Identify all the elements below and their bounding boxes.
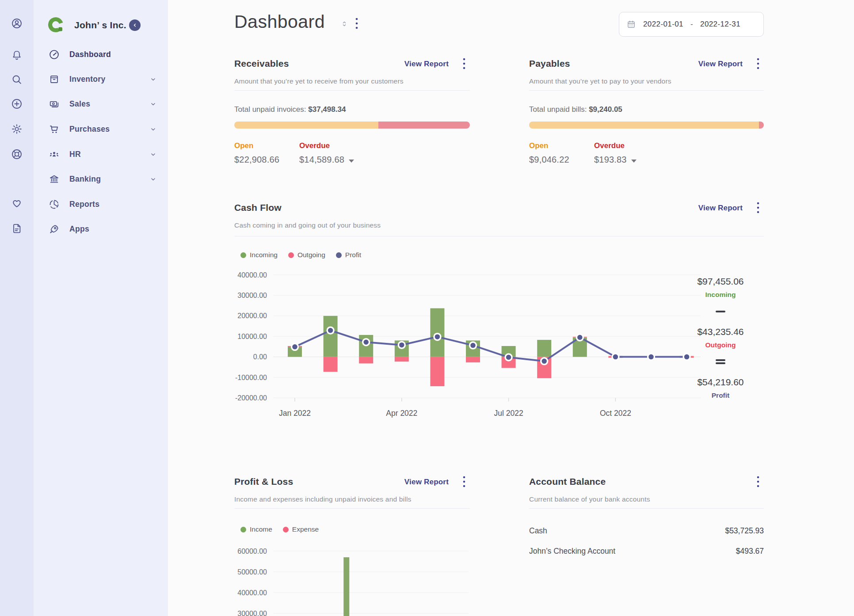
bell-icon[interactable] (11, 49, 23, 61)
company-logo-icon (47, 16, 65, 34)
receivables-overdue-value-wrap: $14,589.68 (299, 155, 354, 165)
account-value: $53,725.93 (725, 526, 764, 536)
company-name: John’ s Inc. (74, 20, 126, 30)
profit-total: $54,219.60 (676, 377, 765, 388)
chevron-down-icon[interactable] (149, 125, 157, 133)
outgoing-total: $43,235.46 (676, 327, 765, 337)
receivables-total-value: $37,498.34 (308, 105, 346, 114)
cashflow-view-report-link[interactable]: View Report (698, 204, 743, 213)
sidebar-item-hr[interactable]: HR (34, 145, 168, 164)
cashflow-kebab-icon[interactable] (756, 201, 760, 214)
user-icon[interactable] (11, 18, 23, 29)
caret-down-icon[interactable] (631, 160, 637, 163)
svg-text:50000.00: 50000.00 (237, 568, 267, 576)
equals-icon (716, 359, 725, 361)
sidebar-item-reports[interactable]: Reports (34, 195, 168, 213)
receivables-progress-bar (234, 122, 470, 129)
pnl-kebab-icon[interactable] (462, 475, 466, 488)
minus-icon (716, 311, 725, 312)
sidebar-item-dashboard[interactable]: Dashboard (34, 45, 168, 64)
dashboard-page: John’ s Inc. DashboardInventorySalesPurc… (0, 0, 854, 616)
payables-title: Payables (529, 58, 570, 69)
payables-total-value: $9,240.05 (589, 105, 622, 114)
sidebar-collapse-button[interactable] (129, 19, 141, 31)
svg-text:40000.00: 40000.00 (237, 589, 267, 597)
receivables-subtitle: Amount that you’re yet to receive from y… (234, 77, 404, 85)
payables-open-label: Open (529, 141, 548, 150)
sidebar-item-label: Banking (69, 175, 101, 184)
sidebar-item-inventory[interactable]: Inventory (34, 70, 168, 88)
chevron-down-icon[interactable] (149, 76, 157, 83)
purchases-icon (49, 124, 60, 135)
divider (529, 90, 764, 91)
progress-open-segment (529, 122, 759, 129)
chevron-left-icon (132, 22, 138, 28)
heart-icon[interactable] (11, 198, 23, 209)
page-title: Dashboard (234, 11, 325, 32)
svg-text:20000.00: 20000.00 (237, 312, 267, 319)
help-icon[interactable] (11, 148, 23, 160)
calendar-icon (626, 19, 636, 29)
cashflow-subtitle: Cash coming in and going out of your bus… (234, 221, 381, 229)
date-range-picker[interactable]: 2022-01-01 - 2022-12-31 (619, 12, 764, 37)
gear-icon[interactable] (11, 123, 23, 135)
payables-open-value: $9,046.22 (529, 155, 569, 165)
sidebar-item-label: Sales (69, 99, 90, 109)
cashflow-chart: 40000.0030000.0020000.0010000.000.00-100… (234, 247, 721, 424)
account-value: $493.67 (736, 547, 764, 556)
sales-icon (49, 99, 60, 110)
pnl-chart: 60000.0050000.0040000.0030000.00 (234, 513, 473, 616)
account-row: Cash$53,725.93 (529, 521, 764, 541)
sidebar-item-label: Apps (69, 224, 89, 234)
outgoing-total-label: Outgoing (676, 341, 765, 349)
page-title-kebab-icon[interactable] (355, 17, 359, 30)
date-end: 2022-12-31 (700, 20, 740, 29)
apps-icon (49, 224, 60, 235)
sidebar-item-purchases[interactable]: Purchases (34, 120, 168, 138)
divider (234, 508, 470, 509)
sidebar-item-apps[interactable]: Apps (34, 220, 168, 238)
payables-view-report-link[interactable]: View Report (698, 60, 743, 68)
payables-overdue-value-wrap: $193.83 (594, 155, 637, 165)
divider (234, 236, 764, 236)
receivables-overdue-value: $14,589.68 (299, 155, 344, 164)
caret-down-icon[interactable] (349, 160, 354, 163)
receivables-kebab-icon[interactable] (462, 57, 466, 70)
payables-progress-bar (529, 122, 764, 129)
receivables-title: Receivables (234, 58, 289, 69)
dashboard-switcher-icon[interactable] (340, 19, 348, 29)
progress-overdue-segment (759, 122, 764, 129)
svg-text:0.00: 0.00 (253, 353, 267, 361)
chevron-down-icon[interactable] (149, 151, 157, 158)
sidebar-item-banking[interactable]: Banking (34, 170, 168, 188)
plus-circle-icon[interactable] (11, 98, 23, 110)
svg-text:40000.00: 40000.00 (237, 271, 267, 279)
svg-text:Oct 2022: Oct 2022 (600, 409, 631, 418)
date-start: 2022-01-01 (643, 20, 683, 29)
receivables-overdue-label: Overdue (299, 141, 330, 150)
sidebar-item-sales[interactable]: Sales (34, 95, 168, 113)
icon-rail (0, 0, 34, 616)
hr-icon (49, 149, 60, 160)
company-switcher[interactable]: John’ s Inc. (47, 15, 141, 35)
pnl-view-report-link[interactable]: View Report (404, 478, 449, 487)
incoming-total: $97,455.06 (676, 276, 765, 287)
progress-open-segment (234, 122, 378, 129)
svg-text:-20000.00: -20000.00 (235, 394, 267, 402)
main-content: Dashboard 2022-01-01 - 2022-12-31 Receiv… (168, 0, 854, 616)
receivables-open-value: $22,908.66 (234, 155, 279, 165)
document-icon[interactable] (11, 223, 23, 234)
pnl-subtitle: Income and expenses including unpaid inv… (234, 495, 411, 503)
account-balance-kebab-icon[interactable] (756, 475, 760, 488)
svg-text:Jan 2022: Jan 2022 (279, 409, 311, 418)
sidebar-item-label: Purchases (69, 125, 110, 134)
divider (234, 90, 470, 91)
chevron-down-icon[interactable] (149, 100, 157, 108)
search-icon[interactable] (11, 74, 23, 85)
payables-subtitle: Amount that you’re yet to pay to your ve… (529, 77, 671, 85)
cashflow-title: Cash Flow (234, 202, 282, 213)
payables-kebab-icon[interactable] (756, 57, 760, 70)
receivables-view-report-link[interactable]: View Report (404, 60, 449, 68)
chevron-down-icon[interactable] (149, 175, 157, 183)
banking-icon (49, 174, 60, 185)
